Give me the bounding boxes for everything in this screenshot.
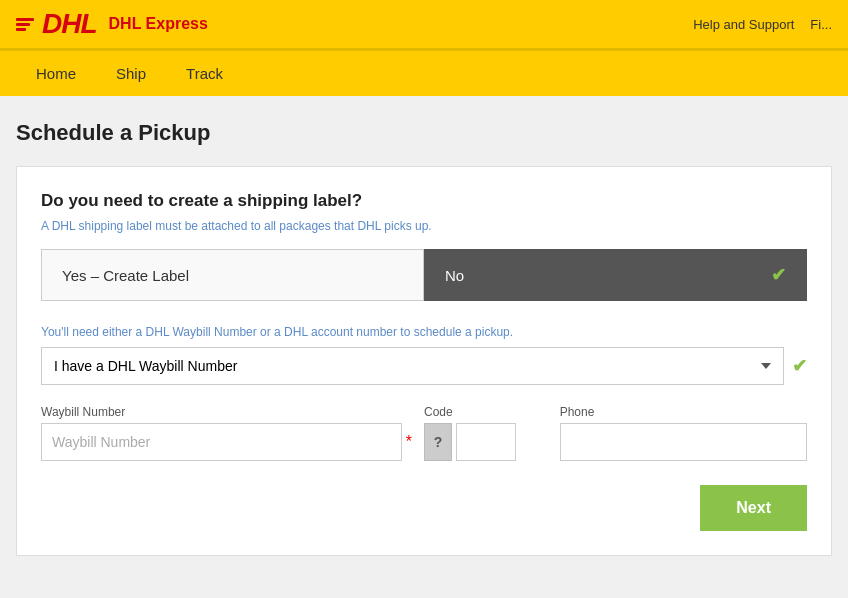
yes-create-label-button[interactable]: Yes – Create Label (41, 249, 424, 301)
waybill-field-group: Waybill Number * (41, 405, 412, 461)
form-question: Do you need to create a shipping label? (41, 191, 807, 211)
phone-field-group: Phone (560, 405, 807, 461)
page-content: Schedule a Pickup Do you need to create … (0, 96, 848, 580)
dropdown-description: You'll need either a DHL Waybill Number … (41, 325, 807, 339)
logo-lines (16, 18, 34, 31)
dropdown-wrapper: I have a DHL Waybill Number I have a DHL… (41, 347, 807, 385)
dhl-logo-text: DHL (42, 8, 97, 40)
code-help-button[interactable]: ? (424, 423, 452, 461)
required-star-icon: * (406, 433, 412, 451)
label-toggle-group: Yes – Create Label No ✔ (41, 249, 807, 301)
header: DHL DHL Express Help and Support Fi... (0, 0, 848, 50)
nav-home[interactable]: Home (16, 51, 96, 96)
main-card: Do you need to create a shipping label? … (16, 166, 832, 556)
waybill-input[interactable] (41, 423, 402, 461)
find-link[interactable]: Fi... (810, 17, 832, 32)
page-title: Schedule a Pickup (16, 120, 832, 146)
form-description: A DHL shipping label must be attached to… (41, 219, 807, 233)
no-label: No (445, 267, 464, 284)
actions-row: Next (41, 485, 807, 531)
code-field-group: Code ? (424, 405, 548, 461)
help-support-link[interactable]: Help and Support (693, 17, 794, 32)
header-left: DHL DHL Express (16, 8, 208, 40)
code-input[interactable] (456, 423, 516, 461)
dropdown-section: You'll need either a DHL Waybill Number … (41, 325, 807, 385)
dropdown-check-icon: ✔ (792, 355, 807, 377)
header-right: Help and Support Fi... (693, 17, 832, 32)
main-nav: Home Ship Track (0, 50, 848, 96)
no-button[interactable]: No ✔ (424, 249, 807, 301)
fields-row: Waybill Number * Code ? Phone (41, 405, 807, 461)
logo-line-2 (16, 23, 30, 26)
nav-ship[interactable]: Ship (96, 51, 166, 96)
logo-line-1 (16, 18, 34, 21)
dhl-logo: DHL (16, 8, 97, 40)
no-checkmark-icon: ✔ (771, 264, 786, 286)
next-button[interactable]: Next (700, 485, 807, 531)
waybill-input-wrap: * (41, 423, 412, 461)
phone-input[interactable] (560, 423, 807, 461)
nav-track[interactable]: Track (166, 51, 243, 96)
logo-line-3 (16, 28, 26, 31)
waybill-label: Waybill Number (41, 405, 412, 419)
phone-label: Phone (560, 405, 807, 419)
waybill-type-select[interactable]: I have a DHL Waybill Number I have a DHL… (41, 347, 784, 385)
code-input-wrap: ? (424, 423, 548, 461)
brand-name: DHL Express (109, 15, 208, 33)
code-label: Code (424, 405, 548, 419)
